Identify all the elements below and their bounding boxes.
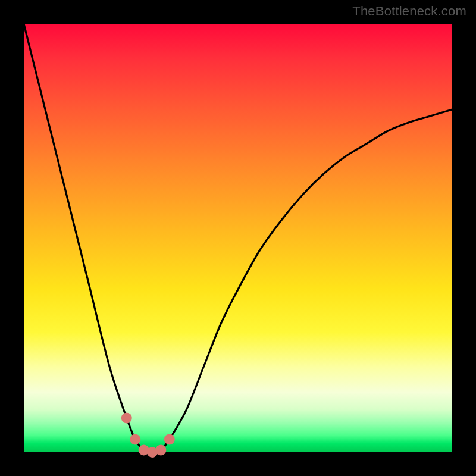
marker-dot xyxy=(130,434,140,444)
bottleneck-curve xyxy=(24,24,452,452)
marker-dot xyxy=(164,434,175,444)
curve-svg xyxy=(24,24,452,452)
marker-dot xyxy=(121,412,132,423)
watermark-text: TheBottleneck.com xyxy=(352,4,466,19)
chart-frame: TheBottleneck.com xyxy=(0,0,476,476)
plot-area xyxy=(24,24,452,452)
marker-dot xyxy=(155,444,166,455)
optimal-range-markers xyxy=(121,412,175,458)
